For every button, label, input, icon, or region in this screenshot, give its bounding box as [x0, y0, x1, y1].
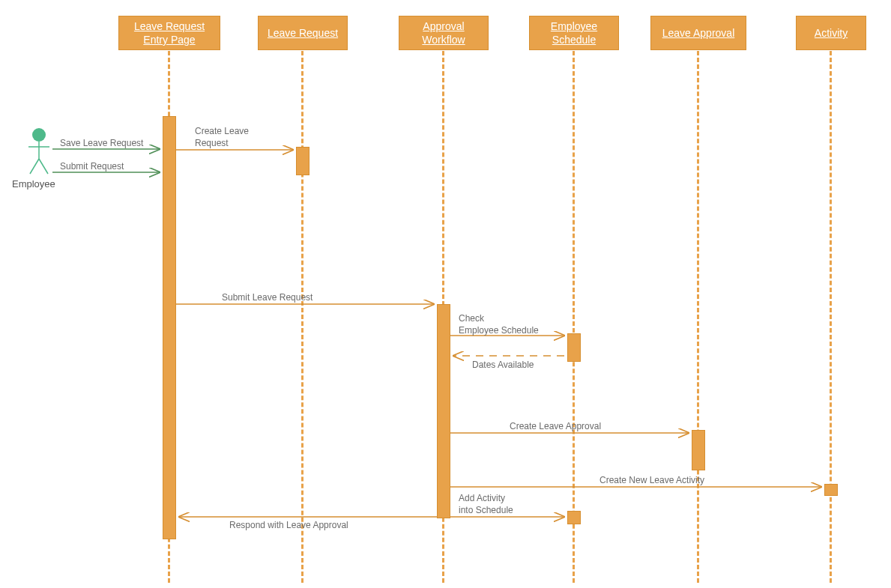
lifeline-label: Leave Request Entry Page	[124, 19, 215, 46]
lifeline-label: Activity	[815, 26, 848, 40]
message-create-new-leave-activity: Create New Leave Activity	[599, 475, 704, 487]
lifeline-leave-request	[301, 51, 303, 583]
lifeline-head-leave-approval: Leave Approval	[650, 16, 746, 50]
activation-activity	[824, 484, 838, 496]
lifeline-label: Leave Request	[268, 26, 338, 40]
lifeline-head-employee-schedule: Employee Schedule	[529, 16, 619, 50]
lifeline-activity	[830, 51, 832, 583]
message-dates-available: Dates Available	[472, 360, 534, 372]
activation-employee-schedule-2	[567, 511, 581, 524]
message-check-employee-schedule: Check Employee Schedule	[459, 313, 539, 336]
svg-point-0	[32, 128, 46, 142]
actor-employee	[25, 127, 52, 175]
message-submit-request: Submit Request	[60, 161, 124, 173]
activation-approval-workflow	[437, 304, 450, 518]
message-respond-with-leave-approval: Respond with Leave Approval	[229, 520, 348, 532]
actor-label: Employee	[12, 178, 55, 190]
activation-entry-page	[163, 116, 176, 539]
message-save-leave-request: Save Leave Request	[60, 138, 143, 150]
lifeline-label: Employee Schedule	[534, 19, 614, 46]
lifeline-head-approval-workflow: Approval Workflow	[399, 16, 489, 50]
svg-line-3	[30, 159, 39, 174]
lifeline-head-entry-page: Leave Request Entry Page	[118, 16, 220, 50]
message-create-leave-request: Create Leave Request	[195, 126, 249, 149]
message-submit-leave-request: Submit Leave Request	[222, 292, 312, 304]
activation-employee-schedule-1	[567, 333, 581, 362]
lifeline-label: Approval Workflow	[404, 19, 483, 46]
lifeline-employee-schedule	[573, 51, 575, 583]
lifeline-head-leave-request: Leave Request	[258, 16, 348, 50]
lifeline-head-activity: Activity	[796, 16, 866, 50]
activation-leave-request	[296, 147, 309, 175]
activation-leave-approval	[692, 430, 705, 470]
message-create-leave-approval: Create Leave Approval	[510, 421, 601, 433]
actor-icon	[25, 127, 52, 175]
lifeline-label: Leave Approval	[662, 26, 735, 40]
message-add-activity-into-schedule: Add Activity into Schedule	[459, 493, 513, 516]
lifeline-leave-approval	[697, 51, 699, 583]
svg-line-4	[39, 159, 48, 174]
